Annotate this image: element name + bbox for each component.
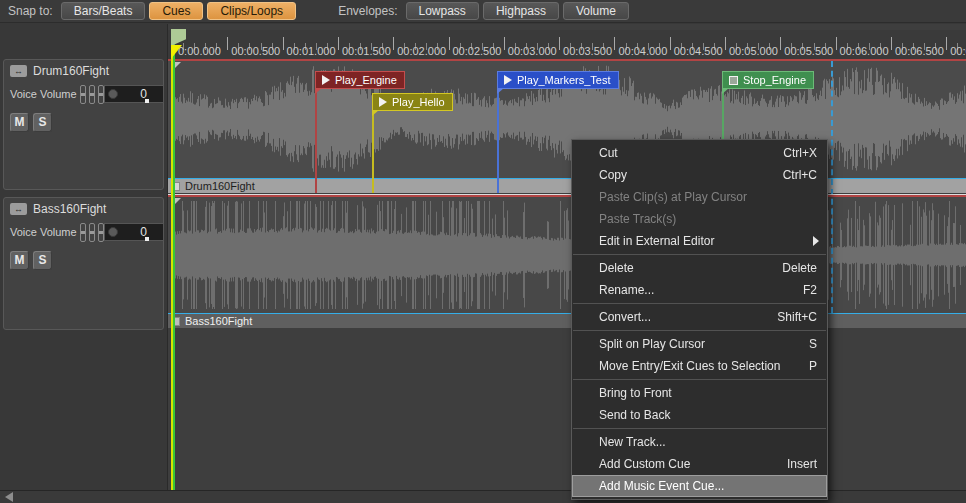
clip-bar-bass[interactable]: Bass160Fight [168, 314, 966, 328]
ruler-time-label: 00:00.500 [231, 45, 280, 57]
ruler-time-label: 00:07.000 [950, 45, 966, 57]
menu-item-copy[interactable]: CopyCtrl+C [572, 164, 827, 186]
menu-item-bring-to-front[interactable]: Bring to Front [572, 382, 827, 404]
menu-separator [573, 254, 826, 255]
cue-badge-play-hello[interactable]: Play_Hello [372, 93, 453, 111]
snap-bars-beats-button[interactable]: Bars/Beats [61, 2, 146, 20]
volume-value-box[interactable]: 0 [104, 223, 164, 241]
menu-item-label: Bring to Front [599, 386, 672, 400]
snap-to-label: Snap to: [8, 4, 53, 18]
envelope-lowpass-button[interactable]: Lowpass [406, 2, 479, 20]
menu-item-move-entry-exit-cues-to-selection[interactable]: Move Entry/Exit Cues to SelectionP [572, 355, 827, 377]
cue-line-play-engine [315, 87, 317, 193]
menu-item-label: Add Music Event Cue... [599, 479, 724, 493]
ruler-time-label: 00:02.000 [397, 45, 446, 57]
ruler-time-label: 00:05.500 [784, 45, 833, 57]
menu-item-label: Cut [599, 146, 618, 160]
track-header-column: ↔ Drum160Fight Voice Volume 0 M S [0, 24, 167, 503]
snap-cues-button[interactable]: Cues [149, 2, 203, 20]
voice-volume-label: Voice Volume [10, 88, 77, 100]
envelopes-label: Envelopes: [338, 4, 397, 18]
menu-item-label: Rename... [599, 283, 654, 297]
envelope-button-group: LowpassHighpassVolume [404, 2, 631, 20]
menu-item-label: Add Custom Cue [599, 457, 690, 471]
clip-bar-drum[interactable]: Drum160Fight [168, 179, 966, 193]
major-tick [780, 37, 781, 50]
cue-badge-play-engine[interactable]: Play_Engine [315, 71, 405, 89]
menu-item-convert[interactable]: Convert...Shift+C [572, 306, 827, 328]
timeline-ruler[interactable]: 0:00.00000:00.50000:01.00000:01.50000:02… [168, 30, 966, 59]
menu-item-add-custom-cue[interactable]: Add Custom CueInsert [572, 453, 827, 475]
solo-button[interactable]: S [33, 251, 52, 270]
major-tick [559, 37, 560, 50]
volume-value-box[interactable]: 0 [104, 85, 164, 103]
major-tick [283, 37, 284, 50]
major-tick [891, 37, 892, 50]
menu-item-split-on-play-cursor[interactable]: Split on Play CursorS [572, 333, 827, 355]
track-lane-bass[interactable]: Bass160Fight [168, 197, 966, 328]
menu-item-edit-in-external-editor[interactable]: Edit in External Editor [572, 230, 827, 252]
mute-button[interactable]: M [10, 251, 29, 270]
menu-separator [573, 330, 826, 331]
menu-item-shortcut: F2 [803, 279, 817, 301]
menu-item-shortcut: Insert [787, 453, 817, 475]
play-cursor-line [171, 30, 175, 490]
menu-item-shortcut: Ctrl+C [783, 164, 817, 186]
envelope-highpass-button[interactable]: Highpass [483, 2, 559, 20]
play-icon [504, 75, 512, 85]
track-title-row[interactable]: ↔ Drum160Fight [4, 60, 163, 82]
music-segment-editor: Snap to: Bars/BeatsCuesClips/Loops Envel… [0, 0, 966, 503]
cue-label: Play_Engine [335, 74, 397, 86]
solo-button[interactable]: S [33, 113, 52, 132]
ruler-time-label: 00:06.000 [840, 45, 889, 57]
voice-volume-row: Voice Volume 0 [4, 85, 163, 107]
menu-item-cut[interactable]: CutCtrl+X [572, 142, 827, 164]
menu-item-new-track[interactable]: New Track... [572, 431, 827, 453]
fader-icons[interactable] [80, 85, 107, 104]
volume-slider-dot [145, 237, 149, 241]
context-menu: CutCtrl+XCopyCtrl+CPaste Clip(s) at Play… [571, 139, 828, 500]
selected-track-top-border [168, 59, 966, 61]
mute-button[interactable]: M [10, 113, 29, 132]
major-tick [504, 37, 505, 50]
play-icon [322, 75, 330, 85]
mute-solo-row: M S [10, 251, 163, 270]
voice-volume-label: Voice Volume [10, 226, 77, 238]
envelope-volume-button[interactable]: Volume [563, 2, 629, 20]
cue-badge-stop-engine[interactable]: Stop_Engine [722, 71, 814, 89]
track-header-drum[interactable]: ↔ Drum160Fight Voice Volume 0 M S [3, 59, 164, 190]
track-title-row[interactable]: ↔ Bass160Fight [4, 198, 163, 220]
menu-item-label: Move Entry/Exit Cues to Selection [599, 359, 780, 373]
menu-separator [573, 303, 826, 304]
menu-item-send-to-back[interactable]: Send to Back [572, 404, 827, 426]
knob-icon [108, 227, 118, 237]
cue-label: Play_Hello [392, 96, 445, 108]
major-tick [393, 37, 394, 50]
submenu-arrow-icon [813, 236, 819, 246]
clip-highlight-line [168, 178, 966, 179]
menu-item-label: Paste Clip(s) at Play Cursor [599, 190, 747, 204]
menu-item-delete[interactable]: DeleteDelete [572, 257, 827, 279]
clip-highlight-line [168, 313, 966, 314]
menu-item-add-music-event-cue[interactable]: Add Music Event Cue... [572, 475, 827, 497]
menu-item-rename[interactable]: Rename...F2 [572, 279, 827, 301]
snap-clips-loops-button[interactable]: Clips/Loops [207, 2, 296, 20]
snap-envelope-toolbar: Snap to: Bars/BeatsCuesClips/Loops Envel… [0, 0, 966, 23]
scroll-left-icon[interactable] [5, 492, 13, 502]
fader-icons[interactable] [80, 223, 107, 242]
selection-boundary-line[interactable] [831, 61, 833, 313]
cue-line-play-hello [372, 109, 374, 193]
track-name: Bass160Fight [33, 202, 106, 216]
stop-icon [729, 76, 738, 85]
major-tick [449, 37, 450, 50]
track-header-bass[interactable]: ↔ Bass160Fight Voice Volume 0 M S [3, 197, 164, 330]
menu-item-paste-clip-s-at-play-cursor: Paste Clip(s) at Play Cursor [572, 186, 827, 208]
waveform-bass[interactable] [168, 197, 966, 313]
cue-badge-play-markers-test[interactable]: Play_Markers_Test [497, 71, 619, 89]
clip-name: Drum160Fight [185, 180, 255, 192]
major-tick [946, 37, 947, 50]
major-tick [227, 37, 228, 50]
ruler-time-label: 0:00.000 [178, 45, 221, 57]
menu-item-label: Edit in External Editor [599, 234, 714, 248]
ruler-time-label: 00:01.000 [287, 45, 336, 57]
